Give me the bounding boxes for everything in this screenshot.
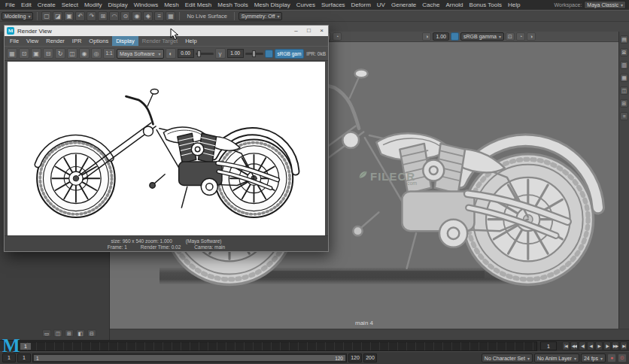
open-scene-icon[interactable]: ◪ [53,11,62,21]
menu-item[interactable]: UV [374,0,388,10]
render-view-menu-item[interactable]: View [23,36,42,46]
view-transform-dropdown[interactable]: sRGB gamma ▾ [460,32,504,41]
time-slider[interactable]: 1 [18,341,537,351]
exposure-icon[interactable]: ◑ [422,32,431,41]
color-management-toggle[interactable] [451,32,459,41]
snap-to-projected-center-icon[interactable]: ◉ [132,11,141,21]
minimize-button[interactable]: – [290,26,302,36]
animation-end-field[interactable]: 200 [363,353,377,362]
current-time-field[interactable]: 1 [540,341,557,350]
symmetry-dropdown[interactable]: Symmetry: Off ▾ [239,12,283,20]
render-view-menu-item[interactable]: Display [112,36,138,46]
snap-to-grid-icon[interactable]: ⊞ [98,11,108,21]
menu-item[interactable]: Curves [293,0,318,10]
play-backwards-button[interactable]: ◀ [587,341,594,350]
menu-item[interactable]: Help [505,0,523,10]
render-view-menu-item[interactable]: Options [85,36,112,46]
menu-item[interactable]: Bonus Tools [466,0,505,10]
persp-graph-layout-icon[interactable]: ⊟ [87,329,96,337]
isolate-select-icon[interactable]: ◔ [516,32,525,41]
make-live-icon[interactable]: ◈ [143,11,153,21]
playback-end-field[interactable]: 120 [348,353,362,362]
display-alpha-icon[interactable]: ◎ [91,48,102,59]
new-scene-icon[interactable]: ▢ [41,11,51,21]
construction-history-icon[interactable]: ≡ [154,11,164,21]
exposure-slider[interactable] [196,53,214,55]
step-back-frame-button[interactable]: ◀◀ [570,341,578,350]
layer-editor-icon[interactable]: ▦ [620,74,628,82]
menu-item[interactable]: Create [35,0,59,10]
outliner-persp-layout-icon[interactable]: ◧ [76,329,85,337]
render-canvas[interactable] [8,62,325,235]
fps-dropdown[interactable]: 24 fps ▾ [581,353,606,362]
menu-item[interactable]: Modify [81,0,105,10]
menu-item[interactable]: Arnold [442,0,466,10]
snap-to-point-icon[interactable]: ⊙ [120,11,130,21]
play-forwards-button[interactable]: ▶ [595,341,603,350]
color-management-toggle[interactable] [265,50,273,58]
range-slider[interactable]: 1 120 [32,353,347,362]
screen-space-ao-icon[interactable]: ◑ [527,32,536,41]
menu-item[interactable]: File [2,0,18,10]
content-browser-icon[interactable]: ◫ [620,86,628,95]
snapshot-icon[interactable]: ◫ [67,48,77,59]
character-set-dropdown[interactable]: No Character Set ▾ [482,353,533,362]
render-region-icon[interactable]: ⊡ [19,48,29,59]
menu-item[interactable]: Edit Mesh [182,0,215,10]
menu-item[interactable]: Cache [419,0,442,10]
display-rgb-icon[interactable]: ◉ [79,48,90,59]
menu-item[interactable]: Mesh [161,0,182,10]
single-pane-layout-icon[interactable]: ▭ [42,329,51,337]
animation-preferences-icon[interactable]: ⊙ [618,353,627,362]
menu-item[interactable]: Display [105,0,131,10]
step-back-key-button[interactable]: ◀| [579,341,586,350]
current-frame-indicator[interactable]: 1 [20,343,31,350]
ipr-render-icon[interactable]: ▣ [31,48,41,59]
redo-previous-render-icon[interactable]: ▦ [7,48,17,59]
snap-to-curve-icon[interactable]: ◠ [109,11,119,21]
close-button[interactable]: × [315,26,328,36]
go-to-end-button[interactable]: ▶| [620,341,627,350]
menu-set-dropdown[interactable]: Modeling ▾ [2,12,33,20]
gamma-slider[interactable] [245,53,263,55]
snapshot-icon[interactable]: ⊡ [506,32,515,41]
menu-item[interactable]: Mesh Display [251,0,293,10]
menu-item[interactable]: Select [59,0,81,10]
menu-item[interactable]: Edit [18,0,35,10]
anim-layer-dropdown[interactable]: No Anim Layer ▾ [534,353,579,362]
tool-settings-icon[interactable]: ⊠ [620,48,628,56]
menu-item[interactable]: Deform [348,0,374,10]
renderer-dropdown[interactable]: Maya Software ▾ [117,49,164,59]
auto-keyframe-icon[interactable]: ● [607,353,616,362]
menu-item[interactable]: Surfaces [318,0,348,10]
menu-item[interactable]: Mesh Tools [214,0,251,10]
modeling-toolkit-icon[interactable]: ⊞ [620,99,628,108]
redo-icon[interactable]: ↷ [87,11,96,21]
one-to-one-zoom-button[interactable]: 1:1 [103,48,115,59]
refresh-ipr-region-icon[interactable]: ↻ [55,48,65,59]
step-forward-frame-button[interactable]: ▶▶ [612,341,619,350]
two-pane-layout-icon[interactable]: ◫ [53,329,62,337]
range-slider-bar[interactable]: 1 120 [34,355,345,361]
exposure-field[interactable]: 0.00 [178,49,194,58]
outliner-icon[interactable]: ≡ [620,112,628,120]
four-pane-layout-icon[interactable]: ⊞ [65,329,74,337]
render-current-frame-icon[interactable]: ▦ [166,11,175,21]
srgb-gamma-button[interactable]: sRGB gam [275,49,305,59]
save-scene-icon[interactable]: ▣ [64,11,74,21]
menu-item[interactable]: Generate [388,0,419,10]
maximize-button[interactable]: □ [302,26,315,36]
gamma-field[interactable]: 1.00 [227,49,244,58]
workspace-dropdown[interactable]: Maya Classic ▾ [584,1,626,9]
step-forward-key-button[interactable]: |▶ [603,341,611,350]
attribute-editor-icon[interactable]: ▤ [620,35,628,44]
channel-box-icon[interactable]: ▥ [620,61,628,69]
render-view-menu-item[interactable]: File [6,36,23,46]
undo-icon[interactable]: ↶ [75,11,85,21]
pause-ipr-icon[interactable]: ⊟ [43,48,53,59]
render-view-menu-item[interactable]: Render [42,36,68,46]
render-view-titlebar[interactable]: M Render View –□× [5,26,328,36]
render-view-menu-item[interactable]: Help [181,36,200,46]
xray-icon[interactable]: ◔ [333,32,342,41]
go-to-start-button[interactable]: |◀ [562,341,570,350]
